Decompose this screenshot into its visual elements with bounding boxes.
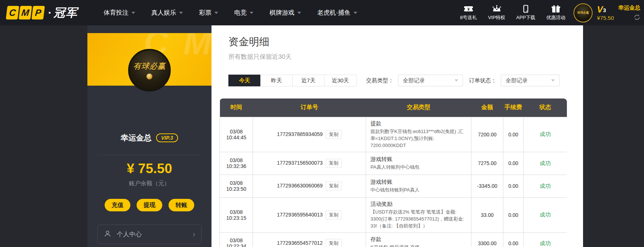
account-balance-label: 账户余额（元） xyxy=(87,180,211,187)
vip-level: V 3 xyxy=(597,4,614,15)
sidebar-item-personal-center[interactable]: 个人中心 xyxy=(97,225,202,244)
tab-last-30-days[interactable]: 近30天 xyxy=(324,75,357,86)
chevron-down-icon xyxy=(250,12,253,14)
logo-suffix: 冠军 xyxy=(54,5,78,21)
wallet-actions: 充值 提现 转账 xyxy=(87,199,211,211)
quicklink-label: 优惠活动 xyxy=(546,14,565,21)
copy-button[interactable]: 复制 xyxy=(326,182,342,190)
cell-time: 03/08 10:44:45 xyxy=(220,117,253,152)
quicklink-promotions[interactable]: 优惠活动 xyxy=(546,5,565,21)
order-status-select[interactable]: 全部记录 xyxy=(501,75,560,86)
cell-fee: 0.00 xyxy=(503,117,524,152)
transaction-description: PA真人转账到中心钱包 xyxy=(370,164,467,171)
cell-order: 1772936595640013复制 xyxy=(253,197,366,232)
chevron-down-icon xyxy=(354,12,357,14)
header-fee: 手续费 xyxy=(503,99,524,117)
main-content: 资金明细 所有数据只保留近30天 今天 昨天 近7天 近30天 交易类型： 全部… xyxy=(211,25,583,247)
header-status: 状态 xyxy=(524,99,567,117)
tab-last-7-days[interactable]: 近7天 xyxy=(292,75,325,86)
order-number: 1772937156500073 xyxy=(277,160,323,166)
avatar-text: 有球必赢 xyxy=(577,11,589,15)
cell-time: 03/08 10:32:36 xyxy=(220,152,253,175)
account-balance: ¥ 75.50 xyxy=(87,161,211,176)
nav-item-label: 真人娱乐 xyxy=(151,8,176,17)
profile-identity: 幸运金总 VIP.3 xyxy=(87,133,211,143)
copy-button[interactable]: 复制 xyxy=(326,130,342,139)
deposit-button[interactable]: 充值 xyxy=(105,199,130,211)
table-row: 03/08 10:44:45 1772937885934059复制 提款 提款到… xyxy=(220,117,567,152)
nav-item-esports[interactable]: 电竞 xyxy=(226,8,261,17)
transaction-type: 游戏转账 xyxy=(370,156,467,163)
nav-item-live-casino[interactable]: 真人娱乐 xyxy=(143,8,191,17)
table-row: 03/08 10:32:36 1772937156500073复制 游戏转账 P… xyxy=(220,152,567,175)
copy-button[interactable]: 复制 xyxy=(326,211,342,219)
quicklink-label: VIP特权 xyxy=(488,14,505,21)
avatar[interactable]: 有球必赢 xyxy=(574,3,593,22)
status-badge: 成功 xyxy=(524,232,567,247)
nav-item-sports[interactable]: 体育投注 xyxy=(95,8,143,17)
transaction-type: 游戏转账 xyxy=(370,179,467,186)
profile-avatar[interactable]: 有球必赢 xyxy=(128,49,171,92)
cell-order: 1772936630060069复制 xyxy=(253,175,366,197)
cell-fee: 0.00 xyxy=(503,152,524,175)
user-cluster: 有球必赢 V 3 ¥75.50 幸运金总 xyxy=(574,3,640,22)
cell-fee: 0.00 xyxy=(503,197,524,232)
select-value: 全部记录 xyxy=(403,77,425,84)
refresh-icon[interactable] xyxy=(634,14,640,22)
table-header-row: 时间 订单号 交易类型 金额 手续费 状态 xyxy=(220,99,567,117)
sidebar: 有球必赢 幸运金总 VIP.3 ¥ 75.50 账户余额（元） 充值 提现 转账… xyxy=(87,25,211,247)
top-navbar: C M P · 冠军 体育投注 真人娱乐 彩票 电竞 棋牌游戏 老虎机·捕鱼 xyxy=(0,0,644,25)
quicklink-vip[interactable]: VIP特权 xyxy=(488,5,505,21)
logo-dot: · xyxy=(48,7,52,19)
order-number: 1772936554577012 xyxy=(277,240,323,246)
quicklink-gift-day8[interactable]: ¥ 8号送礼 xyxy=(460,5,477,21)
tab-today[interactable]: 今天 xyxy=(228,75,261,86)
nav-item-label: 老虎机·捕鱼 xyxy=(317,8,351,17)
cell-time: 03/08 10:23:15 xyxy=(220,197,253,232)
quick-links: ¥ 8号送礼 VIP特权 APP下载 优惠活动 xyxy=(460,5,565,21)
phone-icon xyxy=(521,5,531,13)
chevron-right-icon xyxy=(193,230,195,239)
cell-type: 活动奖励 【USDT存款送2% 笔笔存 笔笔送】金额: 3300(订单: 177… xyxy=(366,197,471,232)
ticket-icon: ¥ xyxy=(464,5,473,13)
tab-yesterday[interactable]: 昨天 xyxy=(260,75,293,86)
copy-button[interactable]: 复制 xyxy=(326,239,342,247)
cell-fee: 0.00 xyxy=(503,175,524,197)
name-refresh: 幸运金总 xyxy=(618,4,640,22)
order-number: 1772937885934059 xyxy=(277,131,323,137)
chevron-down-icon xyxy=(455,79,458,82)
transaction-description: 提款到数字K豆钱包:ec6113***dfb2(免提) ,汇率=1KDDT:1.… xyxy=(370,128,467,149)
nav-item-label: 电竞 xyxy=(234,8,247,17)
quicklink-app-download[interactable]: APP下载 xyxy=(516,5,535,21)
transaction-description: 【USDT存款送2% 笔笔存 笔笔送】金额: 3300(订单: 17729365… xyxy=(370,208,467,229)
logo-letter-p: P xyxy=(32,6,45,19)
avatar-text: 有球必赢 xyxy=(133,61,166,71)
transaction-type: 存款 xyxy=(370,236,467,243)
cell-amount: 3300.00 xyxy=(471,232,503,247)
cell-time: 03/08 10:23:50 xyxy=(220,175,253,197)
nav-item-slots-fishing[interactable]: 老虎机·捕鱼 xyxy=(309,8,365,17)
nav-username[interactable]: 幸运金总 xyxy=(618,4,640,11)
vip-badge: VIP.3 xyxy=(156,133,178,142)
vip-balance: V 3 ¥75.50 xyxy=(597,4,614,21)
nav-item-lottery[interactable]: 彩票 xyxy=(191,8,226,17)
copy-button[interactable]: 复制 xyxy=(326,159,342,168)
filter-bar: 今天 昨天 近7天 近30天 交易类型： 全部记录 订单状态： 全部记录 xyxy=(228,75,560,86)
withdraw-button[interactable]: 提现 xyxy=(137,199,162,211)
order-number: 1772936630060069 xyxy=(277,183,323,189)
sidebar-item-label: 个人中心 xyxy=(117,230,142,239)
transfer-button[interactable]: 转账 xyxy=(169,199,194,211)
nav-item-board-games[interactable]: 棋牌游戏 xyxy=(261,8,309,17)
svg-text:¥: ¥ xyxy=(467,7,470,11)
status-badge: 成功 xyxy=(524,152,567,175)
logo-letter-m: M xyxy=(19,6,32,19)
order-number: 1772936595640013 xyxy=(277,212,323,218)
nav-item-label: 体育投注 xyxy=(104,8,129,17)
status-badge: 成功 xyxy=(524,175,567,197)
header-amount: 金额 xyxy=(471,99,503,117)
cell-order: 1772937156500073复制 xyxy=(253,152,366,175)
transaction-type-label: 交易类型： xyxy=(366,77,394,84)
transaction-type-select[interactable]: 全部记录 xyxy=(398,75,463,86)
brand-logo[interactable]: C M P · 冠军 xyxy=(7,5,78,21)
cell-type: 提款 提款到数字K豆钱包:ec6113***dfb2(免提) ,汇率=1KDDT… xyxy=(366,117,471,152)
